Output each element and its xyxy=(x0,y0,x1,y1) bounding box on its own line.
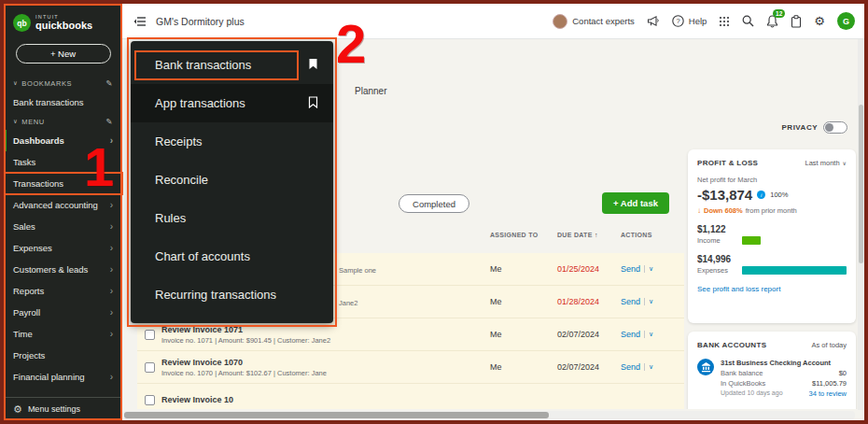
bank-balance-value: $0 xyxy=(839,369,847,377)
in-quickbooks-value: $11,005.79 xyxy=(812,379,847,388)
search-icon[interactable] xyxy=(742,15,754,27)
tasks-clipboard-icon[interactable] xyxy=(791,15,802,28)
chevron-right-icon: › xyxy=(110,264,113,275)
flyout-item-recurring-transactions[interactable]: Recurring transactions xyxy=(131,276,333,314)
flyout-item-receipts[interactable]: Receipts xyxy=(131,122,333,161)
top-bar: GM's Dormitory plus Contact experts ? He… xyxy=(122,4,864,39)
row-checkbox[interactable] xyxy=(145,362,155,373)
column-due-date[interactable]: DUE DATE ↑ xyxy=(557,232,621,238)
announcements-megaphone-icon[interactable] xyxy=(647,15,660,27)
assigned-to: Me xyxy=(490,330,557,339)
sidebar-item-time[interactable]: Time › xyxy=(4,323,122,345)
sidebar-item-customers-leads[interactable]: Customers & leads › xyxy=(4,259,122,280)
bookmark-outline-icon[interactable] xyxy=(308,96,318,111)
company-name: GM's Dormitory plus xyxy=(156,16,245,27)
horizontal-scrollbar-thumb[interactable] xyxy=(124,412,549,418)
due-date: 01/25/2024 xyxy=(557,264,621,274)
sidebar-item-expenses[interactable]: Expenses › xyxy=(4,237,122,259)
expenses-label: Expenses xyxy=(697,266,742,275)
notifications-bell-icon[interactable]: 12 xyxy=(766,15,778,28)
qb-logo-icon: qb xyxy=(13,14,31,32)
table-row: Review Invoice 10 xyxy=(137,384,684,409)
net-profit-percent: 100% xyxy=(770,191,788,199)
sidebar-item-payroll[interactable]: Payroll › xyxy=(4,302,122,323)
apps-grid-icon[interactable] xyxy=(719,16,730,27)
flyout-item-reconcile[interactable]: Reconcile xyxy=(131,161,333,199)
completed-filter-chip[interactable]: Completed xyxy=(399,194,469,213)
actions-dropdown-icon[interactable]: ∨ xyxy=(644,363,653,371)
chevron-right-icon: › xyxy=(110,221,113,232)
tab-planner[interactable]: Planner xyxy=(355,86,386,96)
add-task-button[interactable]: + Add task xyxy=(602,192,669,214)
period-dropdown[interactable]: Last month ∨ xyxy=(805,159,847,167)
column-actions: ACTIONS xyxy=(621,232,684,238)
new-button[interactable]: + New xyxy=(16,44,111,64)
expenses-bar[interactable] xyxy=(742,266,847,275)
chevron-right-icon: › xyxy=(110,286,113,296)
toggle-knob xyxy=(825,123,833,132)
chevron-down-icon: ∨ xyxy=(843,160,847,166)
net-profit-value: -$13,874 xyxy=(697,187,752,203)
horizontal-scrollbar[interactable] xyxy=(122,411,855,419)
sidebar: qb INTUIT quickbooks + New ∨ BOOKMARKS ✎… xyxy=(4,4,122,420)
flyout-item-chart-of-accounts[interactable]: Chart of accounts xyxy=(131,237,333,276)
income-value: $1,122 xyxy=(697,224,847,234)
edit-menu-icon[interactable]: ✎ xyxy=(105,117,113,126)
menu-section-header[interactable]: ∨ MENU ✎ xyxy=(4,112,122,130)
privacy-toggle[interactable] xyxy=(823,121,847,134)
bookmarks-section-header[interactable]: ∨ BOOKMARKS ✎ xyxy=(4,74,122,92)
sidebar-item-sales[interactable]: Sales › xyxy=(4,216,122,237)
task-title: Review Invoice 1071 xyxy=(161,325,490,334)
contact-experts-button[interactable]: Contact experts xyxy=(553,14,635,29)
actions-dropdown-icon[interactable]: ∨ xyxy=(644,265,653,273)
column-assigned-to[interactable]: ASSIGNED TO xyxy=(490,232,557,238)
sidebar-item-tasks[interactable]: Tasks xyxy=(4,151,122,173)
task-title: Review Invoice 1070 xyxy=(161,358,490,367)
sidebar-item-bank-transactions[interactable]: Bank transactions xyxy=(4,92,122,112)
flyout-item-rules[interactable]: Rules xyxy=(131,199,333,237)
send-link[interactable]: Send xyxy=(621,264,640,274)
row-checkbox[interactable] xyxy=(145,330,155,340)
table-row: Review Invoice 1071 Invoice no. 1071 | A… xyxy=(137,318,684,351)
sidebar-item-projects[interactable]: Projects xyxy=(4,345,122,366)
settings-gear-icon[interactable]: ⚙ xyxy=(814,15,825,27)
profit-loss-title: PROFIT & LOSS xyxy=(697,159,758,167)
flyout-item-app-transactions[interactable]: App transactions xyxy=(131,84,333,122)
chevron-right-icon: › xyxy=(110,178,113,189)
send-link[interactable]: Send xyxy=(621,330,640,339)
bookmark-filled-icon[interactable] xyxy=(308,58,318,73)
sidebar-item-transactions[interactable]: Transactions › xyxy=(4,173,122,194)
sidebar-item-dashboards[interactable]: Dashboards › xyxy=(4,130,122,151)
net-profit-subtitle: Net profit for March xyxy=(697,176,847,184)
actions-dropdown-icon[interactable]: ∨ xyxy=(644,298,653,305)
profit-loss-report-link[interactable]: See profit and loss report xyxy=(697,285,847,293)
assigned-to: Me xyxy=(490,264,557,274)
sidebar-item-reports[interactable]: Reports › xyxy=(4,280,122,302)
privacy-label: PRIVACY xyxy=(782,123,818,132)
svg-text:?: ? xyxy=(676,17,679,25)
info-icon[interactable]: i xyxy=(757,191,765,199)
income-bar[interactable] xyxy=(742,236,761,245)
collapse-sidebar-icon[interactable] xyxy=(133,16,147,27)
help-button[interactable]: ? Help xyxy=(672,15,707,27)
row-checkbox[interactable] xyxy=(145,395,155,405)
actions-dropdown-icon[interactable]: ∨ xyxy=(644,331,653,338)
sort-ascending-icon: ↑ xyxy=(595,232,598,238)
due-date: 02/07/2024 xyxy=(557,362,621,372)
sidebar-item-advanced-accounting[interactable]: Advanced accounting › xyxy=(4,194,122,216)
send-link[interactable]: Send xyxy=(621,297,640,306)
bank-balance-label: Bank balance xyxy=(721,369,763,377)
flyout-item-bank-transactions[interactable]: Bank transactions xyxy=(131,46,333,84)
send-link[interactable]: Send xyxy=(621,362,640,372)
vertical-scrollbar-thumb[interactable] xyxy=(859,105,863,263)
chevron-down-icon: ∨ xyxy=(13,118,18,125)
table-row: Review Invoice 1070 Invoice no. 1070 | A… xyxy=(137,351,684,384)
profile-avatar[interactable]: G xyxy=(837,12,855,30)
to-review-link[interactable]: 34 to review xyxy=(809,389,847,398)
vertical-scrollbar[interactable] xyxy=(858,39,864,410)
edit-bookmarks-icon[interactable]: ✎ xyxy=(105,78,113,88)
sidebar-item-financial-planning[interactable]: Financial planning › xyxy=(4,366,122,388)
bank-account-name[interactable]: 31st Business Checking Account xyxy=(721,359,847,367)
menu-settings-button[interactable]: ⚙ Menu settings xyxy=(4,397,122,420)
chevron-right-icon: › xyxy=(110,135,113,146)
